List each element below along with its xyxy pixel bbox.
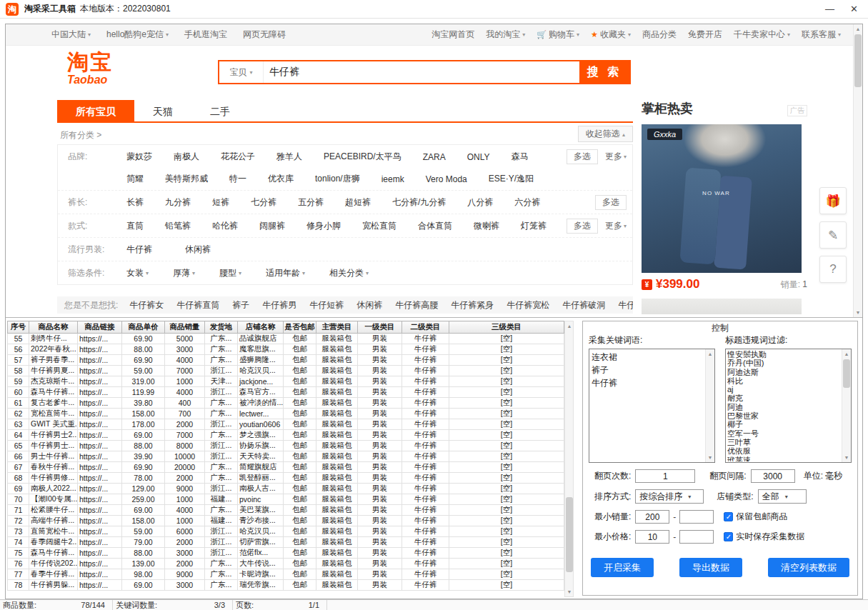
tab-secondhand[interactable]: 二手 [191, 100, 249, 121]
keywords-textarea[interactable]: 连衣裙 裤子 牛仔裤 [589, 349, 705, 462]
table-header-cell[interactable]: 商品链接 [78, 321, 122, 334]
filter-option[interactable]: 阔腿裤 [259, 220, 285, 232]
filter-option[interactable]: 铅笔裤 [165, 220, 191, 232]
table-header-cell[interactable]: 一级类目 [358, 321, 402, 334]
filter-option[interactable]: 优衣库 [268, 173, 294, 185]
multi-select-button[interactable]: 多选 [595, 195, 627, 210]
filter-option[interactable]: 九分裤 [165, 196, 191, 209]
filter-option[interactable]: ESE·Y/逸阳 [489, 173, 534, 185]
table-row[interactable]: 58 牛仔裤男夏... https://... 59.00 7000 浙江...… [8, 366, 564, 376]
filter-word-item[interactable]: 科比 [727, 376, 841, 385]
filter-option[interactable]: 五分裤 [298, 196, 324, 209]
table-header-cell[interactable]: 商品单价 [122, 321, 165, 334]
filter-option[interactable]: 八分裤 [467, 196, 493, 209]
filter-word-item[interactable]: 三叶草 [727, 438, 841, 446]
scroll-up-icon[interactable]: ▲ [842, 349, 851, 359]
table-header-cell[interactable]: 序号 [8, 321, 29, 334]
shop-type-select[interactable]: 全部▾ [758, 489, 807, 504]
nav-mobile-taobao[interactable]: 手机逛淘宝 [184, 29, 227, 41]
filter-word-item[interactable]: 阿迪达斯 [727, 368, 841, 376]
nav-customer-service[interactable]: 联系客服▾ [802, 29, 841, 41]
max-sales-input[interactable] [679, 510, 714, 524]
filter-option[interactable]: 休闲裤 [185, 244, 211, 256]
filter-option[interactable]: ZARA [423, 151, 446, 163]
filter-option[interactable]: Vero Moda [426, 173, 467, 185]
table-row[interactable]: 70 【潮I00专属... https://... 259.00 1000 福建… [8, 494, 564, 505]
filter-option[interactable]: 美特斯邦威 [165, 173, 208, 185]
table-header-cell[interactable]: 商品销量 [165, 321, 205, 334]
filter-word-item[interactable]: 乔丹(中国) [727, 359, 841, 367]
table-header-cell[interactable]: 是否包邮 [284, 321, 316, 334]
table-row[interactable]: 60 森马牛仔裤... https://... 119.99 4000 浙江..… [8, 387, 564, 398]
filter-option[interactable]: 六分裤 [514, 196, 540, 209]
filter-dropdown[interactable]: 相关分类▾ [329, 267, 369, 279]
suggestion-term[interactable]: 牛仔裤高腰 [395, 299, 438, 311]
table-row[interactable]: 73 直筒宽松牛... https://... 59.00 6000 浙江...… [8, 526, 564, 537]
scroll-down-icon[interactable]: ▼ [706, 453, 714, 462]
table-row[interactable]: 62 宽松直筒牛... https://... 158.00 700 广东...… [8, 409, 564, 419]
filter-word-item[interactable]: aj [727, 385, 841, 394]
scroll-up-icon[interactable]: ▲ [565, 321, 574, 331]
filter-word-item[interactable]: 椰子 [727, 420, 841, 429]
scroll-up-icon[interactable]: ▲ [706, 349, 714, 359]
nav-categories[interactable]: 商品分类 [642, 29, 677, 41]
table-row[interactable]: 75 森马牛仔裤... https://... 88.00 3000 浙江...… [8, 548, 564, 559]
filter-option[interactable]: 长裤 [126, 196, 144, 209]
table-row[interactable]: 74 春季阔腿牛2... https://... 79.00 2000 浙江..… [8, 537, 564, 548]
filter-option[interactable]: 短裤 [212, 196, 229, 209]
page-interval-input[interactable] [751, 469, 795, 483]
filter-option[interactable]: 超短裤 [345, 196, 371, 209]
nav-taobao-home[interactable]: 淘宝网首页 [431, 29, 474, 41]
multi-select-button[interactable]: 多选 [567, 219, 598, 234]
nav-favorites[interactable]: ★收藏夹▾ [591, 29, 631, 41]
scrollbar-thumb[interactable] [843, 359, 850, 388]
filter-option[interactable]: 修身小脚 [306, 220, 341, 232]
filter-option[interactable]: 蒙奴莎 [126, 151, 152, 163]
pencil-icon[interactable]: ✎ [819, 221, 847, 249]
start-collect-button[interactable]: 开启采集 [591, 558, 654, 577]
taobao-logo[interactable]: 淘宝 Taobao [67, 51, 113, 86]
filter-option[interactable]: 牛仔裤 [126, 244, 152, 256]
nav-region[interactable]: 中国大陆▾ [51, 29, 91, 41]
filter-option[interactable]: 灯笼裤 [521, 220, 547, 232]
nav-seller-center[interactable]: 千牛卖家中心▾ [734, 29, 790, 41]
suggestion-term[interactable]: 牛仔裤宽松 [507, 299, 549, 311]
export-data-button[interactable]: 导出数据 [679, 558, 742, 577]
table-row[interactable]: 59 杰克琼斯牛... https://... 319.00 1000 天津..… [8, 376, 564, 387]
table-row[interactable]: 64 牛仔裤男士2... https://... 69.00 7000 广东..… [8, 430, 564, 441]
search-input[interactable] [264, 61, 579, 83]
more-link[interactable]: 更多▾ [605, 151, 627, 163]
suggestion-term[interactable]: 裤子 [232, 299, 249, 311]
filter-option[interactable]: 七分裤 [251, 196, 276, 209]
table-header-cell[interactable]: 二级类目 [402, 321, 449, 334]
max-price-input[interactable] [679, 530, 714, 544]
table-scrollbar[interactable]: ▲ ▼ [564, 321, 574, 597]
suggestion-term[interactable]: 牛仔裤直筒 [176, 299, 219, 311]
scrollbar-thumb[interactable] [854, 34, 862, 87]
suggestion-term[interactable]: 休闲裤 [356, 299, 382, 311]
filter-dropdown[interactable]: 腰型▾ [219, 267, 241, 279]
table-row[interactable]: 67 春秋牛仔裤... https://... 69.90 20000 广东..… [8, 462, 564, 473]
filter-option[interactable]: 宽松直筒 [362, 220, 396, 232]
table-row[interactable]: 78 牛仔裤男躲... https://... 69.00 3000 广东...… [8, 580, 564, 591]
table-row[interactable]: 77 春季牛仔裤... https://... 98.00 9000 广东...… [8, 569, 564, 580]
sort-select[interactable]: 按综合排序▾ [635, 489, 704, 504]
table-row[interactable]: 68 牛仔裤男修... https://... 78.00 2000 广东...… [8, 473, 564, 484]
nav-open-shop[interactable]: 免费开店 [688, 29, 722, 41]
filter-option[interactable]: ieemk [381, 173, 404, 185]
filter-option[interactable]: 直筒 [126, 220, 144, 232]
filter-option[interactable]: 雅羊人 [276, 151, 302, 163]
table-row[interactable]: 65 牛仔裤男士... https://... 88.00 8000 浙江...… [8, 441, 564, 451]
min-sales-input[interactable] [635, 510, 669, 524]
filter-word-item[interactable]: 玳莱速 [727, 456, 841, 461]
filter-option[interactable]: 简耀 [126, 173, 144, 185]
filter-word-item[interactable]: 巴黎世家 [727, 411, 841, 420]
filter-word-item[interactable]: 惶安鬃执勤 [727, 350, 841, 359]
table-row[interactable]: 57 裤子男春季... https://... 69.90 4000 广东...… [8, 355, 564, 366]
keep-free-shipping-checkbox[interactable]: ✓ 保留包邮商品 [724, 511, 787, 523]
realtime-save-checkbox[interactable]: ✓ 实时保存采集数据 [724, 531, 804, 543]
nav-my-taobao[interactable]: 我的淘宝▾ [486, 29, 525, 41]
minimize-button[interactable]: — [825, 2, 834, 16]
table-row[interactable]: 69 南极人2022... https://... 129.00 9000 浙江… [8, 484, 564, 494]
more-link[interactable]: 更多▾ [605, 220, 627, 232]
